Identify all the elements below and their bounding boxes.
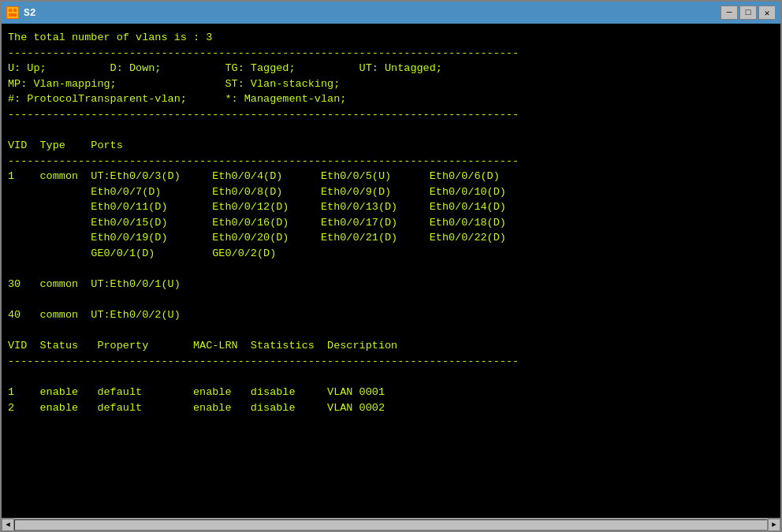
content-area: The total number of vlans is : 3 -------… bbox=[2, 24, 780, 530]
app-icon bbox=[6, 6, 19, 19]
scroll-track[interactable] bbox=[14, 519, 768, 530]
title-bar: S2 ─ □ ✕ bbox=[2, 2, 780, 24]
horizontal-scrollbar: ◀ ▶ bbox=[2, 518, 780, 530]
minimize-button[interactable]: ─ bbox=[721, 6, 738, 20]
window-controls: ─ □ ✕ bbox=[721, 6, 776, 20]
scroll-left-button[interactable]: ◀ bbox=[2, 519, 14, 531]
terminal-output[interactable]: The total number of vlans is : 3 -------… bbox=[2, 24, 780, 518]
scroll-right-button[interactable]: ▶ bbox=[768, 519, 780, 531]
maximize-button[interactable]: □ bbox=[739, 6, 757, 20]
terminal-text: The total number of vlans is : 3 -------… bbox=[8, 30, 774, 415]
window-title: S2 bbox=[24, 7, 36, 19]
main-window: S2 ─ □ ✕ The total number of vlans is : … bbox=[0, 0, 782, 532]
title-bar-left: S2 bbox=[6, 6, 36, 19]
close-button[interactable]: ✕ bbox=[758, 6, 776, 20]
